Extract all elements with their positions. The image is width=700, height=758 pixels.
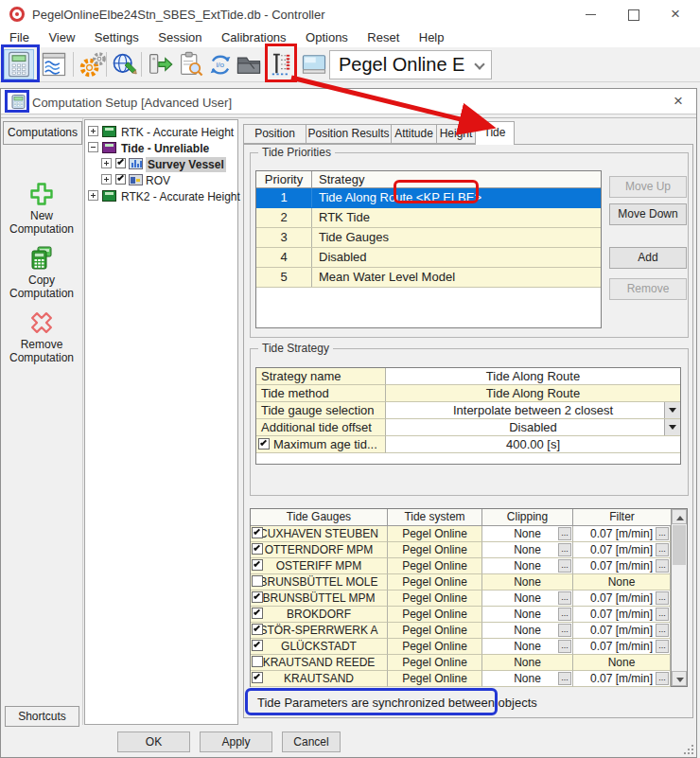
property-value[interactable]: Tide Along Route [386,385,680,402]
ellipsis-button[interactable]: ... [558,543,571,556]
profile-dropdown[interactable]: Pegel Online E [329,50,492,79]
ellipsis-button[interactable]: ... [558,559,571,573]
ellipsis-button[interactable]: ... [656,527,669,540]
checkbox[interactable] [252,527,263,538]
add-button[interactable]: Add [609,247,687,269]
checkbox[interactable] [252,624,263,635]
expander-icon[interactable] [101,158,112,168]
menu-settings[interactable]: Settings [87,28,147,47]
project-folder-button[interactable] [234,49,264,79]
checkbox[interactable] [252,672,263,683]
scroll-down-icon[interactable] [672,671,687,686]
remove-button[interactable]: Remove [609,278,687,300]
menu-view[interactable]: View [41,28,82,47]
dropdown-button[interactable] [664,419,680,435]
ellipsis-button[interactable]: ... [656,640,669,653]
ellipsis-button[interactable]: ... [558,527,571,540]
ellipsis-button[interactable]: ... [656,559,669,573]
property-value[interactable]: 400.00 [s] [386,436,680,453]
expander-icon[interactable] [88,142,98,152]
copy-calculator-icon[interactable] [28,245,55,272]
table-row[interactable]: 3 Tide Gauges [256,228,601,248]
tab-height[interactable]: Height [436,124,476,144]
plus-icon[interactable] [28,181,55,207]
ellipsis-button[interactable]: ... [558,672,571,685]
tree-item-tide[interactable]: Tide - Unreliable [85,140,237,156]
table-row[interactable]: 4 Disabled [256,248,601,268]
ok-button[interactable]: OK [117,732,190,752]
ellipsis-button[interactable]: ... [558,624,571,637]
checkbox[interactable] [252,656,263,667]
table-row[interactable]: 1 Tide Along Route <KP ELBE> [256,188,601,208]
menu-session[interactable]: Session [150,28,209,47]
tab-position-filter[interactable]: Position Filter [243,124,306,144]
remove-computation-button[interactable]: Remove Computation [4,338,79,364]
table-row[interactable]: BROKDORF Pegel Online None... 0.07 [m/mi… [251,607,671,623]
checkbox[interactable] [252,575,263,587]
table-row[interactable]: KRAUTSAND REEDE Pegel Online None None [251,655,671,671]
tab-attitude[interactable]: Attitude [391,124,437,144]
table-row[interactable]: GLÜCKSTADT Pegel Online None... 0.07 [m/… [251,639,671,655]
dropdown-button[interactable] [664,402,680,418]
checkbox[interactable] [115,174,126,185]
additional-tide-offset-dropdown[interactable]: Disabled [386,419,680,436]
ellipsis-button[interactable]: ... [656,672,669,685]
close-icon[interactable] [657,0,695,28]
minimize-icon[interactable] [572,0,610,28]
table-row[interactable]: STÖR-SPERRWERK A Pegel Online None... 0.… [251,623,671,639]
table-row[interactable]: OTTERNDORF MPM Pegel Online None... 0.07… [251,542,671,558]
cancel-button[interactable]: Cancel [282,732,341,752]
settings-gear-button[interactable] [78,49,108,79]
maximize-icon[interactable] [615,0,653,28]
tree-item-survey-vessel[interactable]: Survey Vessel [85,156,237,172]
table-row[interactable]: BRUNSBÜTTEL MOLE Pegel Online None None [251,574,671,591]
ellipsis-button[interactable]: ... [656,591,669,605]
menu-file[interactable]: File [2,28,37,47]
move-down-button[interactable]: Move Down [609,203,687,225]
tree-item-rtk[interactable]: RTK - Accurate Height [85,124,237,140]
tide-gauge-selection-dropdown[interactable]: Interpolate between 2 closest [386,402,680,419]
property-value[interactable]: Tide Along Route [386,368,680,385]
ellipsis-button[interactable]: ... [656,624,669,637]
table-row[interactable]: BRUNSBÜTTEL MPM Pegel Online None... 0.0… [251,591,671,607]
computations-header-button[interactable]: Computations [3,121,82,145]
computation-setup-button[interactable] [4,49,34,79]
report-button[interactable] [176,49,206,79]
checkbox[interactable] [252,608,263,619]
export-button[interactable] [145,49,175,79]
menu-options[interactable]: Options [298,28,356,47]
ellipsis-button[interactable]: ... [558,608,571,621]
io-button[interactable]: i/o [205,49,236,79]
vertical-scrollbar[interactable] [671,509,687,686]
apply-button[interactable]: Apply [200,732,272,752]
table-row[interactable]: 5 Mean Water Level Model [256,268,601,288]
table-row[interactable]: 2 RTK Tide [256,208,601,228]
display-button[interactable] [299,49,329,79]
expander-icon[interactable] [88,190,98,201]
scrollbar-thumb[interactable] [673,525,686,565]
shortcuts-button[interactable]: Shortcuts [5,706,79,727]
tab-tide[interactable]: Tide [475,121,515,145]
checkbox[interactable] [252,591,263,603]
table-row[interactable]: KRAUTSAND Pegel Online None... 0.07 [m/m… [251,671,671,687]
echogram-button[interactable] [39,49,69,79]
checkbox[interactable] [115,158,126,168]
ellipsis-button[interactable]: ... [656,543,669,556]
checkbox[interactable] [252,543,263,555]
tab-position-results[interactable]: Position Results [306,124,392,144]
menu-help[interactable]: Help [411,28,452,47]
tree-item-rtk2[interactable]: RTK2 - Accurate Height [85,188,237,204]
tide-gauge-button[interactable] [268,49,294,79]
expander-icon[interactable] [101,174,112,185]
move-up-button[interactable]: Move Up [609,176,687,198]
ellipsis-button[interactable]: ... [656,608,669,621]
checkbox[interactable] [252,559,263,571]
ellipsis-button[interactable]: ... [558,640,571,653]
menu-calibrations[interactable]: Calibrations [214,28,294,47]
copy-computation-button[interactable]: Copy Computation [4,273,79,300]
scroll-up-icon[interactable] [672,509,687,524]
table-row[interactable]: CUXHAVEN STEUBEN Pegel Online None... 0.… [251,526,671,542]
remove-x-icon[interactable] [28,309,55,336]
dialog-close-icon[interactable] [664,89,692,114]
tree-item-rov[interactable]: ROV [85,172,237,188]
